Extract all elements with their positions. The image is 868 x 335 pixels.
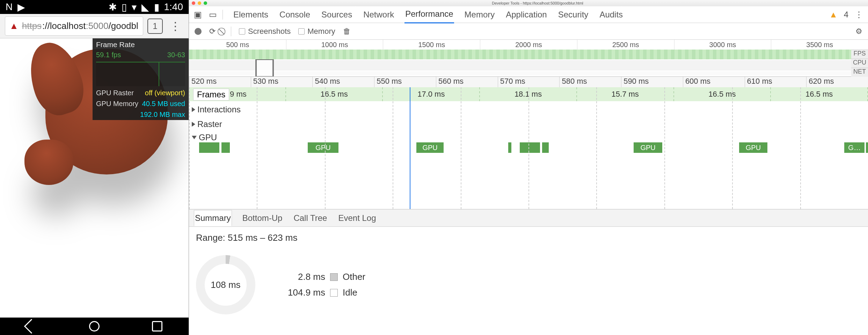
wifi-icon: ▾ (132, 1, 137, 13)
overlay-fps-sparkline (96, 62, 185, 86)
grid-line (461, 87, 461, 209)
stab-bottom-up[interactable]: Bottom-Up (242, 210, 283, 226)
status-time: 1:40 (164, 1, 183, 13)
raster-label: Raster (197, 119, 222, 129)
app-icon-n: N (6, 1, 13, 13)
battery-icon: ▮ (154, 1, 159, 13)
overlay-gpu-mem-max: 192.0 MB max (140, 111, 185, 119)
overlay-fps-value: 59.1 fps (96, 51, 121, 59)
legend-swatch (330, 289, 338, 297)
frames-label: Frames (193, 89, 229, 100)
reload-record-button[interactable]: ⟳ (209, 27, 216, 36)
frame-cell[interactable]: 16.5 ms (771, 87, 868, 101)
gpu-block[interactable]: GPU (308, 142, 338, 153)
summary-donut: 108 ms (196, 255, 255, 314)
summary-range: Range: 515 ms – 623 ms (196, 232, 861, 243)
frame-cell[interactable]: 17.0 ms (383, 87, 480, 101)
device-toggle-icon[interactable]: ▭ (209, 10, 217, 20)
tab-count-button[interactable]: 1 (147, 18, 163, 34)
url-bar[interactable]: ▲ https://localhost:5000/goodbl (5, 16, 143, 36)
interactions-track[interactable]: Interactions (192, 105, 241, 114)
tab-audits[interactable]: Audits (599, 6, 623, 23)
nav-recent-button[interactable] (152, 321, 162, 332)
tab-memory[interactable]: Memory (464, 6, 496, 23)
overlay-gpu-raster-title: GPU Raster (96, 89, 134, 97)
stab-summary[interactable]: Summary (194, 210, 232, 226)
overview-cpu-lane (189, 60, 851, 70)
overview-tick: 2000 ms (480, 40, 577, 50)
frame-cell[interactable]: 16.5 ms (674, 87, 771, 101)
warning-count: 4 (844, 10, 848, 20)
flame-ruler-tick: 580 ms (559, 77, 621, 87)
window-close-icon[interactable] (192, 1, 195, 5)
gpu-block[interactable] (542, 142, 549, 153)
tab-console[interactable]: Console (279, 6, 311, 23)
flame-ruler-tick: 570 ms (498, 77, 560, 87)
mac-titlebar: Developer Tools - https://localhost:5000… (189, 0, 868, 6)
page-viewport[interactable]: Frame Rate 59.1 fps 30-63 GPU Raster off… (0, 38, 189, 318)
tab-elements[interactable]: Elements (233, 6, 269, 23)
frame-cell[interactable]: 15.7 ms (577, 87, 674, 101)
gpu-block[interactable]: G… (844, 142, 865, 153)
flame-ruler-tick: 520 ms (189, 77, 251, 87)
tab-sources[interactable]: Sources (321, 6, 353, 23)
gpu-block[interactable] (199, 142, 219, 153)
lane-label-net: NET (851, 68, 868, 77)
overview-fps-lane (189, 50, 851, 59)
flame-ruler-tick: 550 ms (374, 77, 436, 87)
stab-event-log[interactable]: Event Log (337, 210, 377, 226)
record-button[interactable] (195, 28, 202, 35)
gpu-track[interactable]: GPU (192, 133, 217, 142)
flame-ruler-tick: 620 ms (806, 77, 868, 87)
screenshots-label: Screenshots (248, 27, 291, 36)
legend-row: 2.8 msOther (283, 271, 365, 282)
overlay-gpu-mem-used: 40.5 MB used (142, 100, 185, 108)
nav-back-button[interactable] (24, 319, 39, 334)
playhead[interactable] (410, 87, 410, 209)
devtools-menu-button[interactable]: ⋮ (855, 10, 863, 20)
overview-tick: 3000 ms (674, 40, 771, 50)
perf-overlay: Frame Rate 59.1 fps 30-63 GPU Raster off… (93, 38, 189, 120)
stab-call-tree[interactable]: Call Tree (293, 210, 328, 226)
insecure-icon: ▲ (9, 21, 19, 31)
gpu-block[interactable]: GPU (416, 142, 444, 153)
tab-application[interactable]: Application (505, 6, 547, 23)
raster-track[interactable]: Raster (192, 119, 222, 129)
overview-tick: 2500 ms (577, 40, 674, 50)
gpu-block[interactable]: GPU (634, 142, 662, 153)
nav-home-button[interactable] (89, 321, 100, 332)
gpu-block[interactable] (508, 142, 512, 153)
trash-button[interactable]: 🗑 (343, 27, 351, 36)
window-minimize-icon[interactable] (198, 1, 201, 5)
lane-label-fps: FPS (851, 50, 868, 59)
summary-total: 108 ms (211, 280, 240, 290)
overview-selection[interactable] (255, 59, 274, 76)
frame-cell[interactable]: 16.5 ms (286, 87, 383, 101)
devtools-window: Developer Tools - https://localhost:5000… (189, 0, 868, 335)
inspect-icon[interactable]: ▣ (194, 10, 202, 20)
browser-menu-button[interactable]: ⋮ (167, 20, 184, 33)
settings-gear-icon[interactable]: ⚙ (855, 27, 862, 36)
flame-ruler-tick: 590 ms (621, 77, 683, 87)
gpu-block[interactable]: GPU (739, 142, 768, 153)
tab-security[interactable]: Security (557, 6, 589, 23)
gpu-block[interactable] (221, 142, 229, 153)
tab-count-value: 1 (153, 21, 157, 31)
interactions-label: Interactions (197, 105, 241, 114)
overview-timeline[interactable]: 500 ms1000 ms1500 ms2000 ms2500 ms3000 m… (189, 40, 868, 77)
gpu-block[interactable] (520, 142, 540, 153)
screenshots-checkbox[interactable]: Screenshots (239, 27, 291, 36)
legend-time: 104.9 ms (283, 287, 325, 298)
memory-checkbox[interactable]: Memory (298, 27, 335, 36)
window-zoom-icon[interactable] (204, 1, 207, 5)
bluetooth-icon: ✱ (109, 1, 117, 13)
legend-label: Idle (343, 287, 357, 298)
flame-chart[interactable]: 520 ms530 ms540 ms550 ms560 ms570 ms580 … (189, 77, 868, 209)
grid-line (393, 87, 393, 209)
tab-performance[interactable]: Performance (404, 6, 454, 23)
summary-panel: Range: 515 ms – 623 ms 108 ms 2.8 msOthe… (189, 227, 868, 335)
tab-network[interactable]: Network (363, 6, 395, 23)
flame-ruler-tick: 530 ms (251, 77, 313, 87)
flame-ruler-tick: 600 ms (683, 77, 745, 87)
warning-icon[interactable]: ▲ (829, 10, 838, 20)
